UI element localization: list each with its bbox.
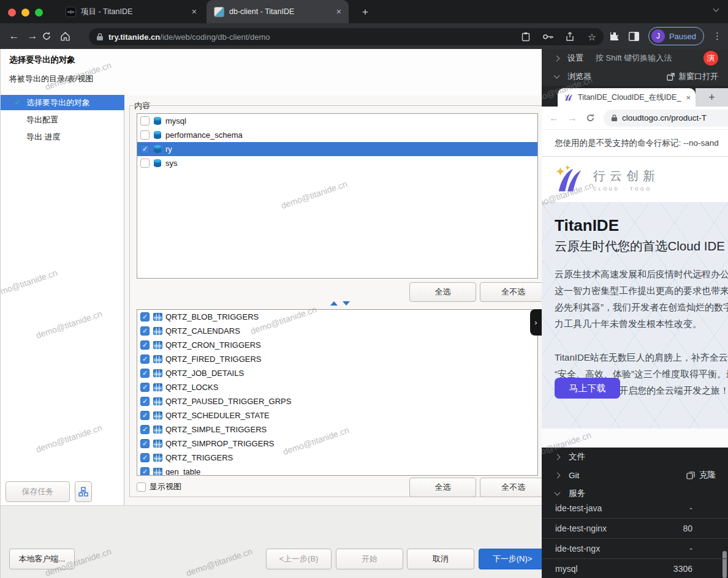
service-row[interactable]: ide-test-ngx- xyxy=(542,538,728,558)
checkbox[interactable]: ✓ xyxy=(140,397,150,406)
table-row[interactable]: ✓QRTZ_CRON_TRIGGERS xyxy=(137,338,537,352)
browser-section-header[interactable]: 浏览器 新窗口打开 xyxy=(542,67,728,86)
select-all-tables-button[interactable]: 全选 xyxy=(409,478,476,497)
service-row[interactable]: ide-test-nginx80 xyxy=(542,518,728,538)
paragraph-line: 云原生技术高速发展和后疫情时代远程办公等需 xyxy=(555,266,728,282)
reload-icon[interactable] xyxy=(42,31,60,41)
new-tab-button[interactable]: + xyxy=(358,5,373,20)
close-icon[interactable]: × xyxy=(192,7,197,17)
checkbox[interactable]: ✓ xyxy=(140,369,150,378)
database-row[interactable]: sys xyxy=(137,156,537,170)
close-icon[interactable]: × xyxy=(336,7,341,17)
open-new-window-button[interactable]: 新窗口打开 xyxy=(667,71,718,82)
close-icon[interactable]: × xyxy=(686,93,691,102)
database-name: mysql xyxy=(165,116,186,126)
browser-menu-icon[interactable]: ⋮ xyxy=(713,31,722,42)
service-row[interactable]: mysql3306 xyxy=(542,558,728,578)
show-views-option[interactable]: 显示视图 xyxy=(137,481,181,492)
select-all-databases-button[interactable]: 全选 xyxy=(409,282,476,302)
table-list[interactable]: ✓QRTZ_BLOB_TRIGGERS✓QRTZ_CALENDARS✓QRTZ_… xyxy=(137,309,538,476)
forward-icon[interactable]: → xyxy=(567,113,577,124)
minimize-window-button[interactable] xyxy=(21,9,29,17)
show-views-checkbox[interactable] xyxy=(137,482,146,492)
checkbox[interactable]: ✓ xyxy=(140,383,150,392)
database-row[interactable]: performance_schema xyxy=(137,128,537,142)
checkbox[interactable] xyxy=(140,116,150,126)
checkbox[interactable]: ✓ xyxy=(140,312,150,321)
share-icon[interactable] xyxy=(564,31,575,42)
table-row[interactable]: ✓QRTZ_CALENDARS xyxy=(137,324,537,338)
brand-header: 行云创新 CLOUD · TOGO xyxy=(542,157,728,202)
next-step-button[interactable]: 下一步(N)> xyxy=(479,549,542,569)
select-none-tables-button[interactable]: 全不选 xyxy=(480,478,542,497)
checkbox[interactable]: ✓ xyxy=(140,439,150,448)
checkbox[interactable]: ✓ xyxy=(140,425,150,434)
checkbox[interactable]: ✓ xyxy=(140,453,150,462)
reload-icon[interactable] xyxy=(586,113,595,122)
settings-section-header[interactable]: 设置 按 Shift 键切换输入法 演 xyxy=(542,49,728,67)
table-row[interactable]: ✓QRTZ_JOB_DETAILS xyxy=(137,366,537,380)
wizard-step[interactable]: 导出 进度 xyxy=(1,129,124,144)
clipboard-icon[interactable] xyxy=(520,31,531,42)
database-row[interactable]: ✓ry xyxy=(137,142,537,156)
database-list[interactable]: mysqlperformance_schema✓rysys xyxy=(137,113,538,279)
download-button[interactable]: 马上下载 xyxy=(555,378,620,399)
wizard-step[interactable]: ✓选择要导出的对象 xyxy=(1,95,124,110)
arrow-down-icon[interactable] xyxy=(343,301,350,306)
save-task-icon-button[interactable] xyxy=(75,481,92,502)
home-icon[interactable] xyxy=(60,31,78,42)
files-section-header[interactable]: 文件 xyxy=(542,448,728,466)
chevron-down-icon[interactable] xyxy=(713,6,719,12)
address-bar[interactable]: try.titanide.cn /ide/web/coding/db-clien… xyxy=(89,28,604,45)
close-window-button[interactable] xyxy=(8,9,16,17)
checkbox[interactable] xyxy=(140,130,150,140)
zoom-window-button[interactable] xyxy=(35,9,43,17)
cancel-button[interactable]: 取消 xyxy=(407,549,474,569)
start-button[interactable]: 开始 xyxy=(336,549,403,569)
mini-browser-tab[interactable]: TitanIDE_CloudIDE_在线IDE_ × xyxy=(558,88,696,107)
panel-expand-handle[interactable]: › xyxy=(530,309,542,336)
git-section-header[interactable]: Git 克隆 xyxy=(542,466,728,484)
key-icon[interactable] xyxy=(542,31,553,42)
extensions-puzzle-icon[interactable] xyxy=(609,31,620,42)
table-row[interactable]: ✓QRTZ_LOCKS xyxy=(137,380,537,394)
arrow-up-icon[interactable] xyxy=(330,301,338,306)
table-row[interactable]: ✓QRTZ_FIRED_TRIGGERS xyxy=(137,352,537,366)
mini-new-tab-button[interactable]: + xyxy=(708,91,715,104)
checkbox[interactable]: ✓ xyxy=(140,326,150,336)
table-row[interactable]: ✓QRTZ_SIMPROP_TRIGGERS xyxy=(137,437,537,451)
services-section-header[interactable]: 服务 xyxy=(542,484,728,503)
table-row[interactable]: ✓gen_table xyxy=(137,465,537,476)
back-icon[interactable]: ← xyxy=(5,30,23,42)
previous-step-button[interactable]: <上一步(B) xyxy=(266,549,332,569)
database-row[interactable]: mysql xyxy=(137,114,537,128)
bookmark-star-icon[interactable]: ☆ xyxy=(586,31,597,42)
save-task-button[interactable]: 保存任务 xyxy=(6,481,70,502)
table-row[interactable]: ✓QRTZ_PAUSED_TRIGGER_GRPS xyxy=(137,394,537,408)
checkbox[interactable]: ✓ xyxy=(140,467,150,476)
cloudtogo-logo xyxy=(554,164,586,195)
git-clone-button[interactable]: 克隆 xyxy=(686,470,716,481)
browser-tab-project[interactable]: <t> 项目 - TitanIDE × xyxy=(58,0,204,23)
checkbox[interactable]: ✓ xyxy=(140,144,150,154)
checkbox[interactable]: ✓ xyxy=(140,411,150,420)
checkbox[interactable]: ✓ xyxy=(140,355,150,364)
splitter-handle[interactable] xyxy=(330,301,350,306)
table-row[interactable]: ✓QRTZ_SIMPLE_TRIGGERS xyxy=(137,422,537,437)
browser-tab-db-client[interactable]: db-client - TitanIDE × xyxy=(207,0,349,23)
service-name: mysql xyxy=(555,564,673,574)
local-client-button[interactable]: 本地客户端... xyxy=(9,549,75,569)
back-icon[interactable]: ← xyxy=(549,113,559,124)
table-row[interactable]: ✓QRTZ_BLOB_TRIGGERS xyxy=(137,310,537,324)
wizard-step[interactable]: 导出配置 xyxy=(1,112,124,127)
table-icon xyxy=(153,439,162,449)
checkbox[interactable]: ✓ xyxy=(140,340,150,350)
mini-url-field[interactable]: cloudtogo.cn/product-T xyxy=(604,110,728,127)
profile-paused-button[interactable]: J Paused xyxy=(648,27,704,45)
side-panel-icon[interactable] xyxy=(629,31,640,42)
checkbox[interactable] xyxy=(140,159,150,168)
table-row[interactable]: ✓QRTZ_TRIGGERS xyxy=(137,451,537,465)
table-row[interactable]: ✓QRTZ_SCHEDULER_STATE xyxy=(137,408,537,422)
select-none-databases-button[interactable]: 全不选 xyxy=(480,282,542,302)
forward-icon[interactable]: → xyxy=(23,30,42,42)
